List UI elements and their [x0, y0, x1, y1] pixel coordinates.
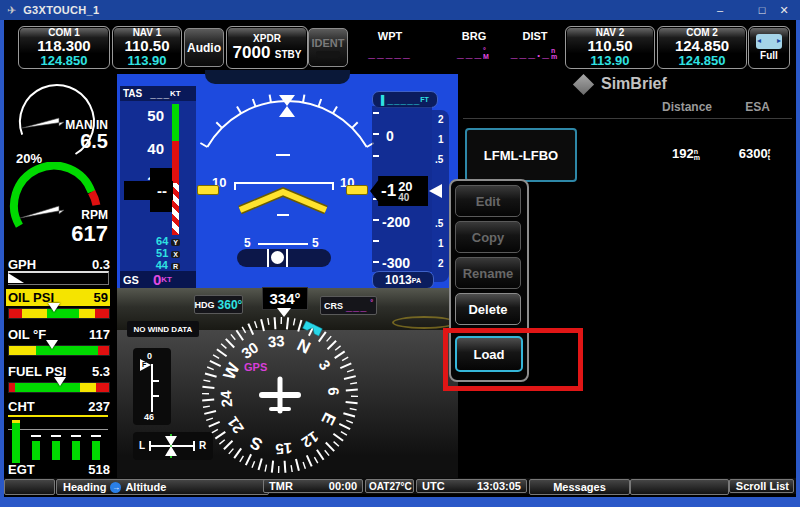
cht-bar-2 — [32, 441, 40, 460]
egt-row: EGT518 — [8, 462, 110, 477]
svg-text:12: 12 — [299, 428, 322, 451]
dist-value: ___._nm — [506, 46, 564, 60]
tas-value: ___ — [150, 88, 170, 99]
svg-text:N: N — [294, 335, 313, 357]
close-icon[interactable]: ✕ — [768, 0, 800, 20]
edit-button[interactable]: Edit — [455, 185, 521, 217]
airspeed-pointer-value: -- — [157, 182, 167, 199]
volume-button[interactable]: ◂▸ Full — [748, 26, 790, 69]
brg-field: BRG ___°M — [442, 30, 506, 60]
flightplan-esa: 6300ft — [706, 146, 770, 161]
oil-temp-label: OIL °F — [8, 327, 46, 342]
cht-bar-5 — [92, 441, 100, 460]
titlebar[interactable]: ✈ G3XTOUCH_1 — [0, 0, 800, 20]
egt-value: 518 — [88, 462, 110, 477]
gs-unit: KT — [161, 275, 172, 284]
messages-button[interactable]: Messages — [529, 479, 630, 495]
cht-egt-chart — [8, 415, 108, 460]
vsi-pointer — [429, 184, 442, 198]
fuel-psi-pointer — [54, 377, 66, 386]
pitch-5-line — [258, 243, 308, 245]
hsi-nav-source: GPS — [244, 361, 267, 373]
utc-field: UTC13:03:05 — [416, 479, 527, 493]
ownship-icon — [262, 379, 298, 411]
nav2-box[interactable]: NAV 2 110.50 113.90 — [565, 26, 655, 69]
svg-text:S: S — [247, 432, 266, 454]
oil-temp-value: 117 — [89, 327, 110, 342]
com1-box[interactable]: COM 1 118.300 124.850 — [18, 26, 110, 69]
cht-label: CHT — [8, 399, 35, 414]
nav1-box[interactable]: NAV 1 110.50 113.90 — [112, 26, 182, 69]
tmr-label: TMR — [269, 480, 293, 492]
pitch-5-left: 5 — [244, 236, 251, 250]
heading-readout-value: 334° — [269, 290, 300, 307]
com2-standby: 124.850 — [679, 54, 726, 68]
flightplan-source-title: SimBrief — [601, 75, 667, 93]
hdg-box[interactable]: HDG 360° — [194, 295, 243, 314]
altimeter-drum-bottom: 40 — [398, 193, 412, 203]
hdg-label: HDG — [195, 300, 215, 310]
oil-psi-value: 59 — [94, 290, 108, 305]
svg-text:6: 6 — [325, 386, 343, 396]
pitch-minor-1 — [276, 154, 290, 156]
crs-unit: ° — [370, 299, 373, 306]
ap-vertical-mode: Altitude — [125, 481, 166, 493]
xpdr-box[interactable]: XPDR 7000 STBY — [226, 26, 308, 69]
copy-button[interactable]: Copy — [455, 221, 521, 253]
ident-label: IDENT — [312, 37, 345, 49]
dist-field: DIST ___._nm — [506, 30, 564, 60]
wing-left — [197, 185, 219, 195]
oat-value: 27°C — [389, 481, 411, 492]
utc-label: UTC — [422, 480, 445, 492]
gph-label: GPH — [8, 257, 36, 272]
gs-label: GS — [123, 274, 139, 286]
svg-text:15: 15 — [275, 440, 293, 458]
vspeed-r: 44 — [156, 259, 168, 271]
hdg-value: 360° — [218, 298, 243, 312]
header-divider — [463, 118, 792, 119]
wind-data-label: NO WIND DATA — [134, 325, 193, 334]
oat-field: OAT27°C — [365, 479, 414, 493]
flightplan-name: LFML-LFBO — [484, 148, 558, 163]
wind-data-box: NO WIND DATA — [127, 321, 199, 337]
flaps-pointer-tag: F — [142, 361, 146, 368]
trim-left-label: L — [139, 440, 145, 451]
gph-bar — [8, 271, 109, 285]
oil-psi-pointer — [48, 303, 60, 312]
baro-value: 1013 — [385, 273, 412, 287]
scroll-list-label: Scroll List — [736, 480, 789, 492]
flightplan-row-name[interactable]: LFML-LFBO — [465, 128, 577, 182]
pfd-bezel-tab — [205, 70, 350, 84]
com1-standby: 124.850 — [41, 54, 88, 68]
timer-field: TMR00:00 — [263, 479, 363, 493]
man-value: 6.5 — [40, 130, 108, 153]
baro-box[interactable]: 1013 PA — [372, 271, 434, 289]
ident-button[interactable]: IDENT — [308, 28, 348, 67]
dist-label: DIST — [506, 30, 564, 42]
com2-box[interactable]: COM 2 124.850 124.850 — [657, 26, 747, 69]
aircraft-chevron — [230, 186, 340, 216]
tas-header: TAS ___ KT — [120, 86, 196, 101]
pitch-5-right: 5 — [312, 236, 319, 250]
crs-box[interactable]: CRS ___ ° — [320, 296, 377, 315]
rename-button[interactable]: Rename — [455, 257, 521, 289]
nav2-active: 110.50 — [587, 38, 632, 54]
altimeter-pointer-main: -1 — [381, 181, 396, 201]
wpt-field: WPT _____ — [352, 30, 428, 60]
ap-lateral-mode: Heading — [63, 481, 106, 493]
svg-text:33: 33 — [267, 332, 285, 350]
vspeed-y-tag: Y — [171, 239, 180, 246]
minimize-icon[interactable]: – — [703, 0, 737, 20]
trim-right-label: R — [199, 440, 206, 451]
cht-bar-4 — [72, 441, 80, 460]
crs-value: ___ — [346, 300, 367, 312]
audio-button[interactable]: Audio — [184, 28, 224, 67]
scroll-list-button[interactable]: Scroll List — [729, 479, 794, 493]
delete-button[interactable]: Delete — [455, 293, 521, 325]
gph-value: 0.3 — [92, 257, 110, 272]
cht-value: 237 — [88, 399, 110, 414]
selected-altitude-value: _____ — [388, 94, 421, 105]
g3x-window: ✈ G3XTOUCH_1 – □ ✕ COM 1 118.300 124.850… — [0, 0, 800, 507]
flightplan-distance: 192nm — [630, 146, 700, 161]
alt-tick-300: -300 — [382, 255, 410, 271]
